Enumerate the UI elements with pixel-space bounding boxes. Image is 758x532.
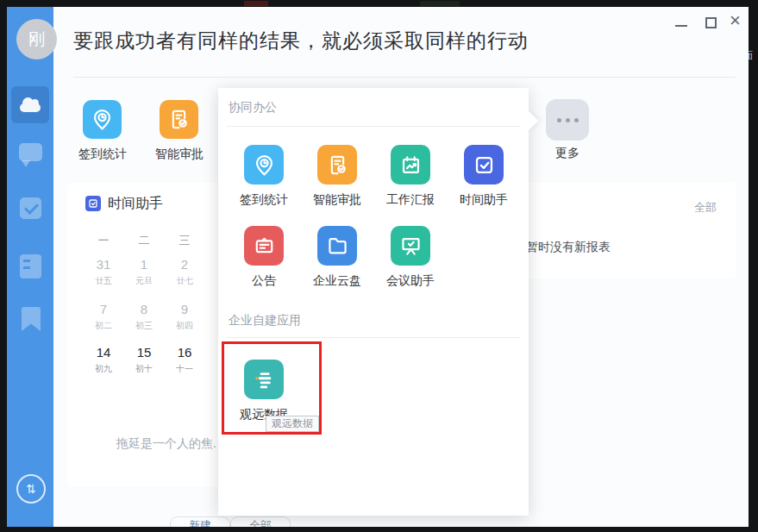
chat-icon[interactable] xyxy=(19,143,42,161)
daily-quote-title: 要跟成功者有同样的结果，就必须采取同样的行动 xyxy=(73,28,529,54)
section-divider xyxy=(227,337,520,338)
announcement-board-icon xyxy=(244,226,284,266)
shortcut-label: 签到统计 xyxy=(61,147,144,162)
calendar-day[interactable]: 15初十 xyxy=(127,345,161,375)
approval-doc-icon xyxy=(160,100,198,139)
close-button[interactable]: × xyxy=(730,9,741,32)
ellipsis-icon xyxy=(557,118,579,122)
maximize-button[interactable] xyxy=(705,17,717,28)
calendar-day[interactable]: 9初四 xyxy=(167,302,202,332)
tab-all[interactable]: 全部 xyxy=(230,516,291,527)
sidebar: ⇅ xyxy=(7,7,53,527)
desktop-background xyxy=(420,1,460,6)
tab-new[interactable]: 新建 xyxy=(170,516,230,527)
avatar[interactable]: 刚 xyxy=(16,19,57,59)
weekday-header: 三 xyxy=(167,233,202,248)
calendar-day[interactable]: 1元旦 xyxy=(127,257,161,287)
app-label: 签到统计 xyxy=(222,192,305,208)
app-label: 智能审批 xyxy=(296,192,379,208)
shortcut-smart-approval[interactable]: 智能审批 xyxy=(160,100,199,162)
card-title: 时间助手 xyxy=(108,195,163,213)
more-apps-button[interactable] xyxy=(546,99,589,141)
popup-app-company-drive[interactable]: 企业云盘 xyxy=(317,226,357,289)
time-check-icon xyxy=(464,145,504,185)
reports-card: 全部 暂时没有新报表 xyxy=(509,183,736,279)
popup-arrow xyxy=(519,111,539,131)
calendar-day[interactable]: 16十一 xyxy=(167,345,202,375)
popup-app-time-assistant[interactable]: 时间助手 xyxy=(464,145,504,208)
popup-app-announcement[interactable]: 公告 xyxy=(244,226,284,289)
desktop-background xyxy=(244,1,268,6)
checkin-pin-icon xyxy=(244,145,284,185)
app-label: 会议助手 xyxy=(369,273,452,289)
contacts-book-icon[interactable] xyxy=(20,254,41,279)
folder-icon xyxy=(317,226,357,266)
more-apps-label: 更多 xyxy=(536,146,599,161)
desktop-background: 面 ⇅ 刚 要跟成功者有同样的结果，就必须采取同样的行动 × xyxy=(0,0,758,532)
approval-doc-icon xyxy=(317,145,357,185)
meeting-board-icon xyxy=(391,226,430,266)
app-label: 时间助手 xyxy=(442,192,525,208)
header-divider xyxy=(73,77,736,78)
app-label: 企业云盘 xyxy=(296,273,379,289)
app-label: 工作汇报 xyxy=(369,192,452,208)
calendar-day[interactable]: 2廿七 xyxy=(167,257,202,287)
calendar-day[interactable]: 31廿五 xyxy=(86,257,121,287)
section-title-custom-apps: 企业自建应用 xyxy=(229,313,301,329)
shortcut-label: 智能审批 xyxy=(138,147,221,162)
minimize-button[interactable] xyxy=(675,25,687,27)
reports-empty-text: 暂时没有新报表 xyxy=(526,240,611,255)
popup-app-smart-approval[interactable]: 智能审批 xyxy=(317,145,357,208)
shortcut-checkin-stats[interactable]: 签到统计 xyxy=(83,100,122,162)
popup-app-work-report[interactable]: 工作汇报 xyxy=(391,145,430,208)
calendar-day[interactable]: 14初九 xyxy=(86,345,121,375)
app-window: ⇅ 刚 要跟成功者有同样的结果，就必须采取同样的行动 × 签到统计 xyxy=(7,7,749,527)
reports-all-link[interactable]: 全部 xyxy=(694,200,717,216)
bookmark-icon[interactable] xyxy=(22,307,41,331)
weekday-header: 二 xyxy=(127,233,161,248)
calendar-day[interactable]: 7初二 xyxy=(86,302,121,332)
popup-app-meeting-assistant[interactable]: 会议助手 xyxy=(391,226,430,289)
section-divider xyxy=(227,126,520,127)
tasks-check-icon[interactable] xyxy=(20,197,41,219)
highlight-box xyxy=(222,341,322,435)
calendar-day[interactable]: 8初三 xyxy=(127,302,161,332)
app-label: 公告 xyxy=(222,273,305,289)
popup-app-checkin-stats[interactable]: 签到统计 xyxy=(244,145,284,208)
app-launcher-popup: 协同办公 签到统计 智能审批 xyxy=(218,88,529,516)
cloud-icon xyxy=(20,103,41,112)
calendar-quote: 拖延是一个人的焦. xyxy=(116,436,216,452)
network-sync-icon[interactable]: ⇅ xyxy=(16,474,46,504)
weekday-header: 一 xyxy=(86,233,121,248)
sidebar-item-workbench[interactable] xyxy=(11,86,49,123)
checkin-pin-icon xyxy=(83,100,122,139)
time-assistant-icon xyxy=(85,196,101,211)
section-title-collaboration: 协同办公 xyxy=(229,100,277,116)
report-calendar-icon xyxy=(391,145,430,185)
